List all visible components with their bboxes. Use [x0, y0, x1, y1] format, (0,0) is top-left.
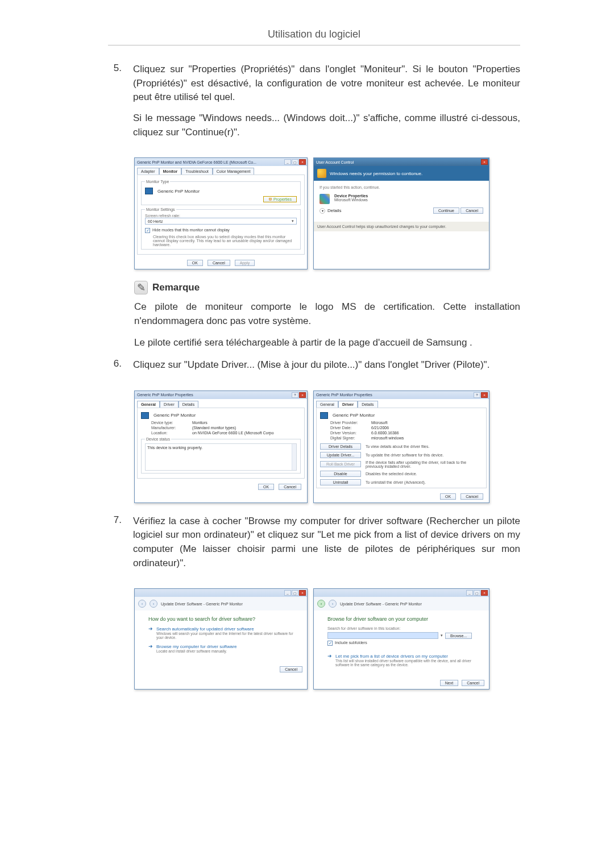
kv-val: 6/21/2006	[371, 426, 483, 430]
option-pick-from-list[interactable]: ➜ Let me pick from a list of device driv…	[327, 654, 475, 667]
browse-button[interactable]: Browse...	[445, 633, 472, 639]
device-status-legend: Device status	[145, 437, 171, 441]
action-desc: To uninstall the driver (Advanced).	[366, 480, 483, 484]
cancel-button[interactable]: Cancel	[280, 666, 302, 672]
kv-val: microsoft windows	[371, 436, 483, 440]
uac-footer: User Account Control helps stop unauthor…	[314, 222, 489, 231]
monitor-properties-dialog: Generic PnP Monitor and NVIDIA GeForce 6…	[134, 157, 308, 269]
close-icon[interactable]: ×	[299, 392, 306, 398]
dialog-title: User Account Control	[316, 160, 354, 164]
tab-general[interactable]: General	[316, 401, 338, 408]
uac-started-text: If you started this action, continue.	[320, 185, 483, 189]
step-number-5: 5.	[108, 63, 122, 146]
search-location-input[interactable]	[327, 632, 438, 639]
app-icon	[320, 194, 330, 204]
disable-button[interactable]: Disable	[320, 471, 361, 477]
uac-publisher: Microsoft Windows	[334, 198, 368, 202]
apply-button[interactable]: Apply	[235, 260, 255, 266]
tab-details[interactable]: Details	[179, 401, 198, 408]
help-icon[interactable]: ?	[292, 392, 298, 398]
dialog-title: Generic PnP Monitor Properties	[137, 393, 193, 397]
tab-general[interactable]: General	[137, 401, 160, 408]
continue-button[interactable]: Continue	[433, 207, 459, 214]
step-5-text-a: Cliquez sur "Properties (Propriétés)" da…	[133, 63, 520, 105]
cancel-button[interactable]: Cancel	[208, 260, 230, 266]
ok-button[interactable]: OK	[187, 260, 203, 266]
maximize-icon[interactable]: ▢	[474, 590, 480, 596]
arrow-right-icon: ➜	[148, 644, 153, 653]
shield-icon: ⛨	[268, 197, 272, 201]
ok-button[interactable]: OK	[440, 493, 456, 500]
minimize-icon[interactable]: _	[284, 590, 291, 596]
device-status-text: This device is working properly.	[146, 444, 204, 470]
close-icon[interactable]: ×	[299, 159, 306, 165]
tab-adapter[interactable]: Adapter	[137, 168, 159, 175]
properties-button[interactable]: Properties	[273, 197, 292, 201]
cancel-button[interactable]: Cancel	[462, 680, 484, 686]
back-icon[interactable]: ‹	[138, 600, 146, 608]
arrow-right-icon: ➜	[327, 654, 332, 667]
tab-driver[interactable]: Driver	[338, 401, 358, 408]
monitor-icon	[320, 412, 328, 419]
kv-key: Driver Version:	[330, 431, 371, 435]
note-title: Remarque	[152, 282, 200, 293]
monitor-icon	[145, 188, 153, 194]
step-5-text-b: Si le message "Windows needs... (Windows…	[133, 111, 520, 139]
device-name: Generic PnP Monitor	[333, 413, 375, 418]
action-desc: If the device fails after updating the d…	[366, 460, 483, 468]
kv-key: Digital Signer:	[330, 436, 371, 440]
option-subtitle: Windows will search your computer and th…	[156, 632, 293, 639]
wizard-heading: Browse for driver software on your compu…	[327, 616, 475, 622]
dialog-title: Generic PnP Monitor and NVIDIA GeForce 6…	[137, 160, 256, 164]
hide-modes-checkbox[interactable]: ✓	[145, 228, 150, 233]
roll-back-driver-button[interactable]: Roll Back Driver	[320, 461, 361, 467]
chevron-down-icon[interactable]: ▾	[441, 633, 443, 638]
help-icon[interactable]: ?	[474, 392, 480, 398]
scrollbar[interactable]	[292, 444, 296, 470]
tab-monitor[interactable]: Monitor	[159, 168, 182, 175]
refresh-rate-select[interactable]: 60 Hertz ▾	[145, 218, 297, 225]
uninstall-button[interactable]: Uninstall	[320, 479, 361, 485]
refresh-rate-value: 60 Hertz	[148, 219, 163, 223]
close-icon[interactable]: ×	[299, 590, 306, 596]
kv-val: Microsoft	[371, 421, 483, 425]
kv-key: Manufacturer:	[151, 426, 192, 430]
step-6-text: Cliquez sur "Update Driver... (Mise à jo…	[133, 358, 520, 372]
close-icon[interactable]: ×	[481, 159, 488, 165]
tab-troubleshoot[interactable]: Troubleshoot	[181, 168, 213, 175]
dialog-title: Generic PnP Monitor Properties	[316, 393, 372, 397]
monitor-type-name: Generic PnP Monitor	[157, 189, 200, 194]
details-toggle[interactable]: Details	[327, 208, 341, 213]
option-browse-computer[interactable]: ➜ Browse my computer for driver software…	[148, 644, 293, 653]
close-icon[interactable]: ×	[481, 392, 488, 398]
driver-details-button[interactable]: Driver Details	[320, 443, 361, 450]
cancel-button[interactable]: Cancel	[279, 484, 301, 490]
minimize-icon[interactable]: _	[466, 590, 473, 596]
kv-val: (Standard monitor types)	[192, 426, 301, 430]
kv-val: 6.0.6000.16386	[371, 431, 483, 435]
minimize-icon[interactable]: _	[284, 159, 291, 165]
step-number-7: 7.	[108, 514, 122, 578]
note-text-1: Ce pilote de moniteur comporte le logo M…	[134, 300, 520, 328]
back-icon[interactable]: ‹	[317, 600, 325, 608]
kv-key: Driver Date:	[330, 426, 371, 430]
tab-details[interactable]: Details	[358, 401, 377, 408]
update-driver-button[interactable]: Update Driver...	[320, 452, 361, 458]
kv-val: Monitors	[192, 421, 301, 425]
maximize-icon[interactable]: ▢	[292, 590, 298, 596]
kv-key: Location:	[151, 431, 192, 435]
close-icon[interactable]: ×	[481, 590, 488, 596]
option-title: Search automatically for updated driver …	[156, 626, 293, 632]
properties-driver-dialog: Generic PnP Monitor Properties ? × Gener…	[313, 391, 489, 503]
include-subfolders-checkbox[interactable]: ✓	[327, 641, 333, 646]
maximize-icon[interactable]: ▢	[292, 159, 298, 165]
option-search-automatically[interactable]: ➜ Search automatically for updated drive…	[148, 626, 293, 639]
ok-button[interactable]: OK	[258, 484, 274, 490]
tab-driver[interactable]: Driver	[160, 401, 179, 408]
cancel-button[interactable]: Cancel	[460, 493, 483, 500]
device-name: Generic PnP Monitor	[154, 413, 196, 418]
chevron-down-icon[interactable]: ▾	[320, 208, 325, 214]
tab-color-management[interactable]: Color Management	[213, 168, 255, 175]
next-button[interactable]: Next	[440, 680, 458, 686]
cancel-button[interactable]: Cancel	[460, 207, 483, 214]
